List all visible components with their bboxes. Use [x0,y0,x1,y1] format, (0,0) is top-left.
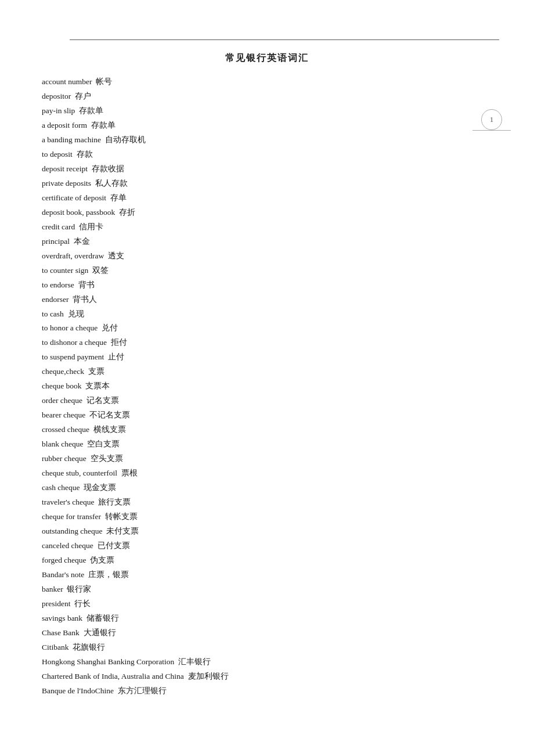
page-number-badge: 1 [481,109,502,130]
vocab-item: rubber cheque 空头支票 [42,452,492,466]
vocab-item: cheque for transfer 转帐支票 [42,510,492,524]
vocabulary-list: account number 帐号depositor 存户pay-in slip… [42,75,492,699]
vocab-item: to suspend payment 止付 [42,350,492,365]
vocab-item: Hongkong Shanghai Banking Corporation 汇丰… [42,655,492,669]
vocab-item: crossed cheque 横线支票 [42,423,492,437]
vocab-item: overdraft, overdraw 透支 [42,249,492,264]
vocab-item: president 行长 [42,597,492,611]
vocab-item: endorser 背书人 [42,293,492,307]
vocab-item: to deposit 存款 [42,147,492,162]
vocab-item: savings bank 储蓄银行 [42,611,492,626]
vocab-item: depositor 存户 [42,89,492,104]
vocab-item: a banding machine 自动存取机 [42,133,492,147]
vocab-item: to counter sign 双签 [42,264,492,278]
vocab-item: certificate of deposit 存单 [42,191,492,206]
vocab-item: to endorse 背书 [42,278,492,293]
page-number-underline [472,130,511,131]
vocab-item: forged cheque 伪支票 [42,553,492,568]
vocab-item: private deposits 私人存款 [42,177,492,191]
vocab-item: outstanding cheque 未付支票 [42,524,492,539]
vocab-item: Chartered Bank of India, Australia and C… [42,669,492,684]
vocab-item: Banque de l'IndoChine 东方汇理银行 [42,684,492,699]
vocab-item: cheque book 支票本 [42,379,492,394]
vocab-item: bearer cheque 不记名支票 [42,408,492,423]
vocab-item: to dishonor a cheque 拒付 [42,336,492,350]
vocab-item: Chase Bank 大通银行 [42,626,492,640]
vocab-item: credit card 信用卡 [42,220,492,235]
page-title: 常见银行英语词汇 [42,52,492,64]
vocab-item: to cash 兑现 [42,307,492,322]
page-number: 1 [490,115,494,124]
vocab-item: deposit book, passbook 存折 [42,206,492,220]
vocab-item: a deposit form 存款单 [42,118,492,133]
vocab-item: cash cheque 现金支票 [42,481,492,495]
vocab-item: account number 帐号 [42,75,492,89]
vocab-item: canceled cheque 已付支票 [42,539,492,553]
vocab-item: Citibank 花旗银行 [42,640,492,655]
vocab-item: blank cheque 空白支票 [42,437,492,452]
vocab-item: Bandar's note 庄票，银票 [42,568,492,582]
vocab-item: deposit receipt 存款收据 [42,162,492,177]
vocab-item: traveler's cheque 旅行支票 [42,495,492,510]
vocab-item: principal 本金 [42,235,492,249]
vocab-item: order cheque 记名支票 [42,394,492,408]
vocab-item: to honor a cheque 兑付 [42,321,492,336]
vocab-item: banker 银行家 [42,582,492,597]
vocab-item: pay-in slip 存款单 [42,104,492,118]
vocab-item: cheque stub, counterfoil 票根 [42,466,492,481]
vocab-item: cheque,check 支票 [42,365,492,379]
